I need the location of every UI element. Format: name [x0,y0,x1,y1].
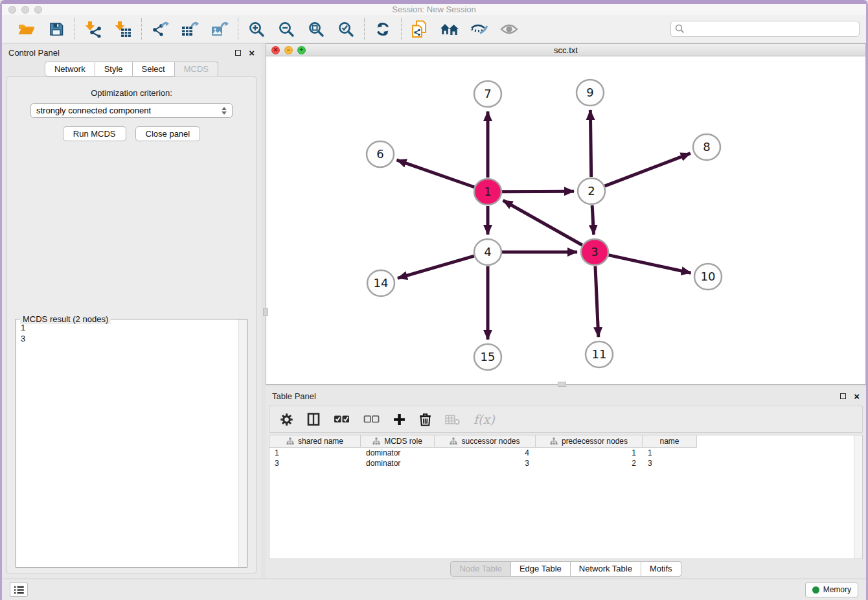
show-columns-icon[interactable] [307,413,320,426]
network-graph[interactable]: 7968124314101511 [266,56,865,382]
column-header-successor-nodes[interactable]: successor nodes [435,435,536,448]
tab-style[interactable]: Style [95,62,133,76]
network-canvas[interactable]: 7968124314101511 [266,56,865,384]
column-header-mcds-role[interactable]: MCDS role [361,435,435,448]
tab-edge-table[interactable]: Edge Table [511,561,571,577]
graph-edge-2-9[interactable] [590,110,591,177]
zoom-selected-icon[interactable] [336,19,356,39]
table-cell-shared-name[interactable]: 3 [269,458,361,468]
deselect-all-checkboxes-icon[interactable] [363,415,380,424]
graph-edge-1-6[interactable] [396,160,474,187]
graph-node-2[interactable]: 2 [578,178,605,204]
table-tabs: Node TableEdge TableNetwork TableMotifs [266,559,866,579]
import-table-icon[interactable] [113,19,133,39]
svg-text:7: 7 [484,87,491,100]
close-panel-button[interactable]: Close panel [135,126,201,141]
graph-edge-3-10[interactable] [608,255,691,273]
tab-network[interactable]: Network [45,62,95,76]
graph-node-4[interactable]: 4 [474,239,501,265]
table-cell-predecessor-nodes[interactable]: 2 [536,458,643,468]
column-header-shared-name[interactable]: shared name [269,435,361,448]
graph-node-10[interactable]: 10 [694,264,722,290]
graph-edge-2-3[interactable] [592,205,593,235]
save-session-icon[interactable] [47,19,66,39]
graph-edge-3-11[interactable] [595,266,599,337]
network-close-button[interactable]: ✕ [271,46,280,54]
graph-edge-3-1[interactable] [503,200,582,245]
graph-node-15[interactable]: 15 [474,344,501,370]
task-history-button[interactable] [10,583,28,597]
graph-edge-1-2[interactable] [502,191,574,192]
table-cell-mcds-role[interactable]: dominator [361,448,435,458]
network-column-icon [550,437,558,445]
zoom-fit-icon[interactable] [306,19,326,39]
table-row[interactable]: 1dominator411 [269,448,862,458]
table-row[interactable]: 3dominator323 [269,458,862,468]
hide-selected-icon[interactable] [470,19,489,39]
graph-node-3[interactable]: 3 [581,239,608,265]
network-minimize-button[interactable]: − [284,46,293,54]
refresh-icon[interactable] [373,19,393,39]
table-cell-successor-nodes[interactable]: 3 [435,458,536,468]
table-cell-shared-name[interactable]: 1 [269,448,361,458]
add-row-icon[interactable] [393,413,405,426]
zoom-out-icon[interactable] [277,19,296,39]
graph-node-14[interactable]: 14 [367,270,394,296]
run-mcds-button[interactable]: Run MCDS [63,126,126,141]
graph-node-9[interactable]: 9 [577,80,604,106]
zoom-in-icon[interactable] [247,19,266,39]
graph-node-6[interactable]: 6 [367,141,394,167]
mcds-panel: Optimization criterion: strongly connect… [6,76,257,573]
network-maximize-button[interactable]: + [297,46,306,54]
import-network-icon[interactable] [84,19,103,39]
graph-node-8[interactable]: 8 [693,134,720,160]
search-input[interactable] [670,21,860,37]
graph-node-11[interactable]: 11 [586,341,613,367]
close-panel-icon[interactable]: × [249,50,255,56]
column-header-name[interactable]: name [643,435,697,448]
splitter-handle-left[interactable] [263,308,268,316]
splitter-handle-bottom[interactable] [558,382,566,387]
tab-network-table[interactable]: Network Table [571,561,641,577]
mcds-result-list[interactable]: 13 [16,319,247,567]
table-cell-successor-nodes[interactable]: 4 [435,448,536,458]
network-title: scc.txt [266,45,865,55]
select-stepper-icon [222,107,227,115]
export-network-icon[interactable] [150,19,170,39]
column-header-predecessor-nodes[interactable]: predecessor nodes [536,435,643,448]
table-settings-icon[interactable] [280,413,293,426]
select-all-checkboxes-icon[interactable] [334,415,350,424]
svg-text:6: 6 [376,147,383,161]
table-scrollbar[interactable] [854,435,862,559]
tab-mcds[interactable]: MCDS [175,62,218,76]
table-close-icon[interactable]: × [854,393,860,399]
graph-node-1[interactable]: 1 [474,179,501,205]
table-cell-name[interactable]: 3 [643,458,697,468]
graph-node-7[interactable]: 7 [474,81,501,107]
control-panel-title: Control Panel [8,48,60,58]
search-box [670,21,860,37]
open-session-icon[interactable] [17,19,36,39]
float-panel-icon[interactable] [235,50,241,56]
tab-motifs[interactable]: Motifs [641,561,681,577]
main-toolbar [2,15,866,43]
delete-row-icon[interactable] [419,413,431,426]
svg-text:14: 14 [374,276,389,290]
tab-node-table[interactable]: Node Table [450,561,511,577]
table-cell-mcds-role[interactable]: dominator [361,458,435,468]
table-cell-predecessor-nodes[interactable]: 1 [536,448,643,458]
optimization-criterion-select[interactable]: strongly connected component [30,103,233,118]
clone-network-icon[interactable] [410,19,429,39]
table-cell-name[interactable]: 1 [643,448,697,458]
list-icon [14,586,25,594]
memory-button[interactable]: Memory [805,583,858,597]
first-neighbors-icon[interactable] [440,19,459,39]
export-image-icon[interactable] [210,19,229,39]
show-all-icon[interactable] [499,19,519,39]
table-float-icon[interactable] [840,393,846,399]
graph-edge-4-14[interactable] [398,256,474,278]
export-table-icon[interactable] [180,19,200,39]
tab-select[interactable]: Select [133,62,175,76]
graph-edge-2-8[interactable] [605,154,691,187]
result-scrollbar[interactable] [238,319,247,567]
